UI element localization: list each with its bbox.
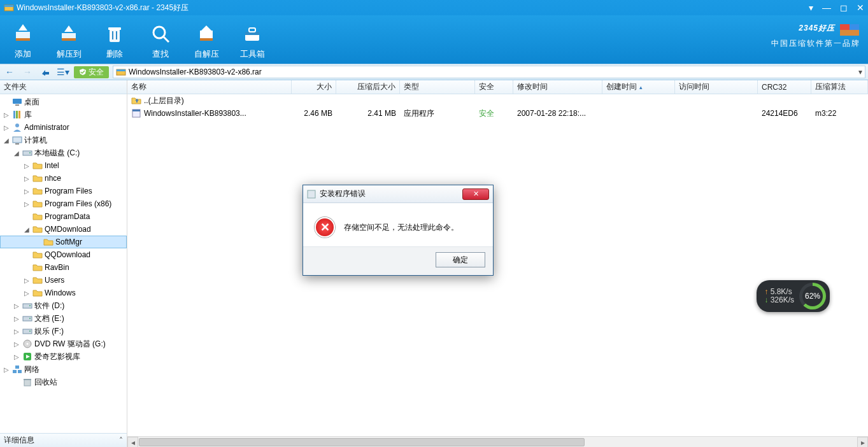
network-widget[interactable]: ↑ 5.8K/s ↓ 326K/s 62% xyxy=(757,280,830,312)
expand-toggle-icon[interactable]: ▷ xyxy=(23,290,31,297)
column-headers[interactable]: 名称 大小 压缩后大小 类型 安全 修改时间 创建时间 访问时间 CRC32 压… xyxy=(127,80,868,94)
scroll-right-button[interactable]: ▸ xyxy=(857,437,868,447)
tree-node[interactable]: ◢本地磁盘 (C:) xyxy=(0,146,127,159)
chevron-up-icon: ˄ xyxy=(119,436,123,445)
dialog-ok-button[interactable]: 确定 xyxy=(436,252,485,267)
expand-toggle-icon[interactable]: ▷ xyxy=(3,366,10,373)
expand-toggle-icon[interactable]: ▷ xyxy=(13,353,20,360)
tree-node[interactable]: ▷Program Files xyxy=(0,185,127,197)
nav-up-button[interactable] xyxy=(38,66,52,78)
col-crc[interactable]: CRC32 xyxy=(758,80,811,94)
folder-tree[interactable]: 桌面▷库▷Administrator◢计算机◢本地磁盘 (C:)▷Intel▷n… xyxy=(0,94,127,433)
expand-toggle-icon[interactable]: ▷ xyxy=(13,341,20,348)
computer-icon xyxy=(12,135,22,145)
tree-node[interactable]: RavBin xyxy=(0,261,127,274)
col-algo[interactable]: 压缩算法 xyxy=(811,80,868,94)
file-row[interactable]: WindowsInstaller-KB893803...2.46 MB2.41 … xyxy=(127,107,868,120)
expand-toggle-icon[interactable]: ▷ xyxy=(13,315,20,322)
tree-node[interactable]: ▷DVD RW 驱动器 (G:) xyxy=(0,337,127,350)
dialog-close-button[interactable]: ✕ xyxy=(462,188,489,200)
maximize-button[interactable]: ◻ xyxy=(840,3,848,12)
tree-node[interactable]: ▷Administrator xyxy=(0,121,127,134)
sfx-button[interactable]: 自解压 xyxy=(183,20,229,64)
dialog-app-icon xyxy=(307,190,316,199)
tree-node[interactable]: ▷Windows xyxy=(0,287,127,299)
expand-toggle-icon[interactable]: ▷ xyxy=(23,188,31,195)
tree-node-label: 娱乐 (F:) xyxy=(34,326,64,337)
tree-node[interactable]: 桌面 xyxy=(0,96,127,108)
folder-icon xyxy=(32,275,43,285)
expand-toggle-icon[interactable]: ▷ xyxy=(23,201,31,208)
tree-node-label: Administrator xyxy=(24,123,69,132)
address-bar[interactable]: WindowsInstaller-KB893803-v2-x86.rar ▾ xyxy=(113,66,865,78)
tree-node[interactable]: ProgramData xyxy=(0,210,127,223)
tree-node[interactable]: ▷Program Files (x86) xyxy=(0,197,127,210)
tree-node[interactable]: ▷娱乐 (F:) xyxy=(0,325,127,337)
scroll-left-button[interactable]: ◂ xyxy=(127,437,138,447)
horizontal-scrollbar[interactable]: ◂ ▸ xyxy=(127,436,868,447)
col-type[interactable]: 类型 xyxy=(400,80,475,94)
address-dropdown-icon[interactable]: ▾ xyxy=(858,67,862,76)
scroll-thumb[interactable] xyxy=(139,438,585,446)
tree-node-label: 网络 xyxy=(24,364,39,375)
col-safe[interactable]: 安全 xyxy=(475,80,513,94)
file-list[interactable]: ..(上层目录)WindowsInstaller-KB893803...2.46… xyxy=(127,94,868,436)
expand-toggle-icon[interactable]: ▷ xyxy=(13,328,20,335)
cell-packed: 2.41 MB xyxy=(336,109,400,118)
folder-icon xyxy=(32,199,43,209)
minimize-button[interactable]: — xyxy=(822,3,831,12)
tree-node[interactable]: QQDownload xyxy=(0,248,127,261)
tree-node-label: DVD RW 驱动器 (G:) xyxy=(34,339,106,350)
col-size[interactable]: 大小 xyxy=(292,80,336,94)
expand-toggle-icon[interactable]: ◢ xyxy=(13,150,20,157)
expand-toggle-icon[interactable]: ◢ xyxy=(23,226,31,233)
sidebar-footer[interactable]: 详细信息 ˄ xyxy=(0,433,127,447)
expand-toggle-icon[interactable]: ▷ xyxy=(23,175,31,182)
network-rates: ↑ 5.8K/s ↓ 326K/s xyxy=(764,288,794,304)
expand-toggle-icon[interactable]: ▷ xyxy=(13,302,20,309)
nav-view-button[interactable]: ☰▾ xyxy=(56,66,70,78)
col-name[interactable]: 名称 xyxy=(127,80,292,94)
file-row[interactable]: ..(上层目录) xyxy=(127,94,868,107)
extract-button[interactable]: 解压到 xyxy=(46,20,92,64)
drive-icon xyxy=(22,301,32,311)
col-created[interactable]: 创建时间 xyxy=(602,80,675,94)
search-button[interactable]: 查找 xyxy=(138,20,183,64)
folder-icon xyxy=(32,160,43,171)
tree-node[interactable]: ▷爱奇艺影视库 xyxy=(0,350,127,363)
expand-toggle-icon[interactable]: ▷ xyxy=(3,124,10,131)
recycle-icon xyxy=(22,377,32,387)
tree-node-label: 回收站 xyxy=(34,377,57,388)
tree-node[interactable]: ▷Intel xyxy=(0,159,127,172)
nav-back-button[interactable]: ← xyxy=(3,66,17,78)
file-pane: 名称 大小 压缩后大小 类型 安全 修改时间 创建时间 访问时间 CRC32 压… xyxy=(127,80,868,447)
col-modified[interactable]: 修改时间 xyxy=(513,80,602,94)
tools-button[interactable]: 工具箱 xyxy=(229,20,275,64)
tree-node[interactable]: 回收站 xyxy=(0,376,127,388)
tree-node[interactable]: ▷软件 (D:) xyxy=(0,299,127,312)
dialog-titlebar[interactable]: 安装程序错误 ✕ xyxy=(303,185,493,203)
svg-rect-27 xyxy=(13,111,15,118)
tree-node[interactable]: SoftMgr xyxy=(0,236,127,248)
expand-toggle-icon[interactable]: ▷ xyxy=(23,277,31,284)
col-accessed[interactable]: 访问时间 xyxy=(675,80,758,94)
col-packed[interactable]: 压缩后大小 xyxy=(336,80,400,94)
nav-forward-button[interactable]: → xyxy=(20,66,34,78)
expand-toggle-icon[interactable]: ▷ xyxy=(3,111,10,118)
tree-node[interactable]: ◢QMDownload xyxy=(0,223,127,236)
menu-dropdown-icon[interactable]: ▾ xyxy=(809,3,813,12)
tree-node[interactable]: ▷nhce xyxy=(0,172,127,185)
folder-icon xyxy=(32,173,43,183)
tree-node[interactable]: ▷库 xyxy=(0,108,127,121)
tree-node[interactable]: ◢计算机 xyxy=(0,134,127,146)
svg-rect-4 xyxy=(16,38,30,41)
tree-node[interactable]: ▷Users xyxy=(0,274,127,287)
tree-node[interactable]: ▷网络 xyxy=(0,363,127,376)
drive-icon xyxy=(22,313,32,323)
delete-button[interactable]: 删除 xyxy=(92,20,138,64)
expand-toggle-icon[interactable]: ▷ xyxy=(23,162,31,169)
expand-toggle-icon[interactable]: ◢ xyxy=(3,137,10,144)
add-button[interactable]: 添加 xyxy=(0,20,46,64)
close-button[interactable]: ✕ xyxy=(857,3,864,12)
tree-node[interactable]: ▷文档 (E:) xyxy=(0,312,127,325)
